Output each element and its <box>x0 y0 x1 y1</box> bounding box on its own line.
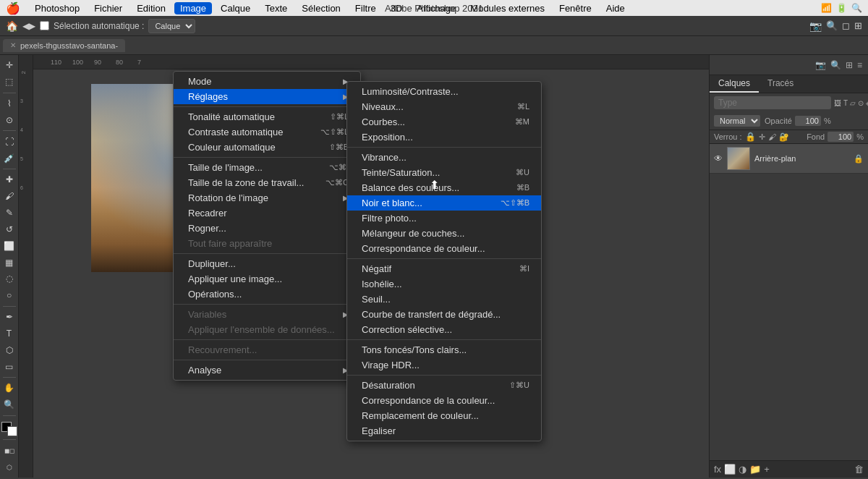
history-tool[interactable]: ↺ <box>1 221 17 237</box>
menu-tonalite-auto[interactable]: Tonalité automatique ⇧⌘L <box>174 109 360 124</box>
auto-select-checkbox[interactable] <box>40 21 49 30</box>
submenu-desaturation[interactable]: Désaturation ⇧⌘U <box>347 378 541 393</box>
menu-operations[interactable]: Opérations... <box>174 287 360 302</box>
shape-tool[interactable]: ▭ <box>1 359 17 374</box>
menu-analyse[interactable]: Analyse ▶ <box>174 363 360 378</box>
submenu-courbe-degrade[interactable]: Courbe de transfert de dégradé... <box>347 307 541 322</box>
lock-pos-icon[interactable]: ✛ <box>759 132 765 142</box>
submenu-noir-blanc[interactable]: Noir et blanc... ⌥⇧⌘B <box>347 195 541 211</box>
submenu-correspondance[interactable]: Correspondance de couleur... <box>347 241 541 256</box>
lock-icon[interactable]: 🔒 <box>745 132 756 142</box>
delete-layer-btn[interactable]: 🗑 <box>854 464 864 475</box>
submenu-seuil[interactable]: Seuil... <box>347 292 541 307</box>
selection-tool[interactable]: ⬚ <box>1 75 17 90</box>
search-panel-icon[interactable]: 🔍 <box>826 20 838 31</box>
layer-item-bg[interactable]: 👁 Arrière-plan 🔒 <box>710 144 868 174</box>
layer-icon-3[interactable]: ▱ <box>850 99 856 107</box>
submenu-teinte[interactable]: Teinte/Saturation... ⌘U <box>347 165 541 180</box>
submenu-corresp-couleur[interactable]: Correspondance de la couleur... <box>347 393 541 408</box>
add-group-btn[interactable]: 📁 <box>749 464 761 475</box>
menu-photoshop[interactable]: Photoshop <box>29 2 85 14</box>
menu-filtre[interactable]: Filtre <box>349 2 382 14</box>
camera-icon[interactable]: 📷 <box>809 20 822 32</box>
menu-dupliquer[interactable]: Dupliquer... <box>174 256 360 271</box>
extra-tool-2[interactable]: ⬡ <box>1 459 17 475</box>
search-icon[interactable]: 🔍 <box>851 3 862 13</box>
menu-selection[interactable]: Sélection <box>296 2 346 14</box>
dodge-tool[interactable]: ○ <box>1 288 17 303</box>
lock-all-icon[interactable]: 🔐 <box>779 132 789 142</box>
layer-search-input[interactable] <box>714 96 831 109</box>
tab-traces[interactable]: Tracés <box>759 75 802 93</box>
submenu-vibrance[interactable]: Vibrance... <box>347 150 541 165</box>
panel-search-icon[interactable]: 🔍 <box>830 60 841 70</box>
menu-edition[interactable]: Edition <box>131 2 171 14</box>
document-tab[interactable]: ✕ pexels-thgusstavo-santana- <box>3 39 125 52</box>
crop-tool[interactable]: ⛶ <box>1 134 17 149</box>
menu-taille-zone[interactable]: Taille de la zone de travail... ⌥⌘C <box>174 175 360 190</box>
menu-fenetre[interactable]: Fenêtre <box>553 2 597 14</box>
add-style-btn[interactable]: fx <box>714 464 721 475</box>
submenu-balance[interactable]: Balance des couleurs... ⌘B <box>347 180 541 195</box>
submenu-egaliser[interactable]: Egaliser <box>347 423 541 438</box>
opacity-input[interactable] <box>795 116 821 126</box>
layer-icon-4[interactable]: ⊙ <box>858 99 864 107</box>
submenu-remplacement[interactable]: Remplacement de couleur... <box>347 408 541 423</box>
panel-arrow-icon[interactable]: ≡ <box>857 60 862 70</box>
menu-couleur-auto[interactable]: Couleur automatique ⇧⌘B <box>174 140 360 155</box>
home-icon[interactable]: 🏠 <box>6 20 18 32</box>
lock-art-icon[interactable]: 🖌 <box>768 132 776 141</box>
text-tool[interactable]: T <box>1 326 17 341</box>
background-color[interactable] <box>7 426 17 436</box>
menu-calque[interactable]: Calque <box>215 2 256 14</box>
tab-calques[interactable]: Calques <box>710 75 759 93</box>
panel-cam-icon[interactable]: 📷 <box>815 60 826 70</box>
submenu-niveaux[interactable]: Niveaux... ⌘L <box>347 99 541 114</box>
menu-rotation[interactable]: Rotation de l'image ▶ <box>174 190 360 205</box>
color-swatches[interactable] <box>1 422 17 437</box>
menu-contraste-auto[interactable]: Contraste automatique ⌥⇧⌘L <box>174 124 360 140</box>
tab-close-x[interactable]: ✕ <box>10 41 16 49</box>
pen-tool[interactable]: ✒ <box>1 310 17 325</box>
blur-tool[interactable]: ◌ <box>1 271 17 287</box>
submenu-courbes[interactable]: Courbes... ⌘M <box>347 114 541 130</box>
menu-rogner[interactable]: Rogner... <box>174 221 360 236</box>
move-tool[interactable]: ✛ <box>1 58 17 73</box>
hand-tool[interactable]: ✋ <box>1 381 17 396</box>
menu-mode[interactable]: Mode ▶ <box>174 74 360 89</box>
apple-icon[interactable]: 🍎 <box>6 1 20 15</box>
menu-texte[interactable]: Texte <box>259 2 293 14</box>
submenu-virage-hdr[interactable]: Virage HDR... <box>347 357 541 373</box>
eyedropper-tool[interactable]: 💉 <box>1 151 17 166</box>
quick-select-tool[interactable]: ⊙ <box>1 112 17 127</box>
arrow-icon[interactable]: ◀▶ <box>22 21 35 31</box>
arrange-icon[interactable]: ⊞ <box>854 20 862 31</box>
heal-tool[interactable]: ✚ <box>1 172 17 187</box>
add-layer-btn[interactable]: + <box>764 464 770 475</box>
layer-visibility-icon[interactable]: 👁 <box>714 153 723 164</box>
menu-aide[interactable]: Aide <box>600 2 631 14</box>
eraser-tool[interactable]: ⬜ <box>1 238 17 253</box>
submenu-isohélie[interactable]: Isohélie... <box>347 276 541 292</box>
submenu-melangeur[interactable]: Mélangeur de couches... <box>347 226 541 241</box>
lasso-tool[interactable]: ⌇ <box>1 96 17 111</box>
submenu-filtre-photo[interactable]: Filtre photo... <box>347 211 541 226</box>
submenu-negatif[interactable]: Négatif ⌘I <box>347 261 541 276</box>
add-mask-btn[interactable]: ⬜ <box>724 464 736 475</box>
stamp-tool[interactable]: ✎ <box>1 205 17 221</box>
submenu-correction-selective[interactable]: Correction sélective... <box>347 322 541 337</box>
brush-tool[interactable]: 🖌 <box>1 189 17 204</box>
selection-type-select[interactable]: Calque <box>148 19 195 33</box>
blend-mode-select[interactable]: Normal <box>714 115 760 127</box>
menu-image[interactable]: Image <box>174 2 212 14</box>
menu-reglages[interactable]: Réglages ▶ <box>174 89 360 104</box>
layer-icon-2[interactable]: T <box>843 99 848 107</box>
menu-taille-image[interactable]: Taille de l'image... ⌥⌘I <box>174 160 360 175</box>
menu-fichier[interactable]: Fichier <box>88 2 128 14</box>
menu-appliquer-image[interactable]: Appliquer une image... <box>174 271 360 287</box>
path-tool[interactable]: ⬡ <box>1 342 17 357</box>
panel-grid-icon[interactable]: ⊞ <box>846 60 853 70</box>
zoom-tool[interactable]: 🔍 <box>1 397 17 412</box>
layer-icon-1[interactable]: 🖼 <box>834 99 841 107</box>
menu-recadrer[interactable]: Recadrer <box>174 205 360 221</box>
